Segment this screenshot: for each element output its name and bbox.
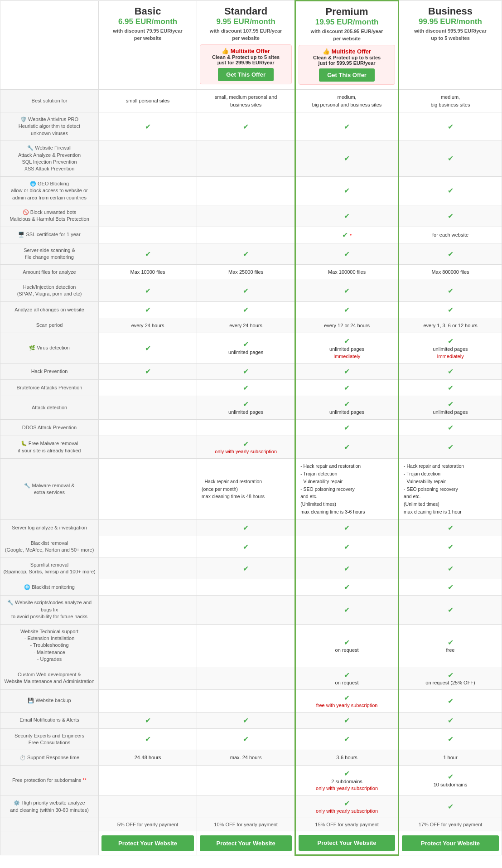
- basic-security-experts: ✔: [99, 728, 197, 750]
- basic-hack-prevention: ✔: [99, 363, 197, 379]
- row-antivirus: 🛡️ Website Antivirus PROHeuristic algori…: [0, 112, 502, 141]
- standard-free-malware: ✔only with yearly subscription: [197, 436, 295, 459]
- premium-web-dev: ✔on request: [295, 667, 399, 689]
- premium-protect-cell: Protect Your Website: [295, 831, 399, 855]
- feature-blacklist-monitoring: 🌐 Blacklist monitoring: [0, 579, 99, 596]
- basic-attack-detection: [99, 396, 197, 420]
- premium-multisite-title: 👍 Multisite Offer: [302, 48, 392, 55]
- feature-bruteforce: Bruteforce Attacks Prevention: [0, 379, 99, 396]
- basic-blacklist-removal: [99, 536, 197, 558]
- premium-ddos: ✔: [295, 420, 399, 436]
- feature-analyze-changes: Analyze all changes on website: [0, 301, 99, 318]
- row-free-malware: 🐛 Free Malware removalif your site is al…: [0, 436, 502, 459]
- basic-server-scanning: ✔: [99, 243, 197, 265]
- basic-scripts-analyze: [99, 596, 197, 624]
- standard-security-experts: ✔: [197, 728, 295, 750]
- business-server-scanning: ✔: [399, 243, 502, 265]
- basic-firewall: [99, 141, 197, 177]
- standard-blacklist-removal: ✔: [197, 536, 295, 558]
- business-scan-period: every 1, 3, 6 or 12 hours: [399, 318, 502, 333]
- row-files: Amount files for analyze Max 10000 files…: [0, 265, 502, 280]
- plan-header-row: Basic 6.95 EUR/month with discount 79.95…: [0, 1, 502, 90]
- standard-multisite-title: 👍 Multisite Offer: [203, 48, 289, 54]
- standard-protect-button[interactable]: Protect Your Website: [200, 835, 292, 851]
- business-hack-prevention: ✔: [399, 363, 502, 379]
- business-bruteforce: ✔: [399, 379, 502, 396]
- business-antivirus: ✔: [399, 112, 502, 141]
- basic-geo-blocking: [99, 176, 197, 205]
- basic-protect-cell: Protect Your Website: [99, 831, 197, 855]
- feature-attack-detection: Attack detection: [0, 396, 99, 420]
- premium-get-offer-button[interactable]: Get This Offer: [319, 68, 375, 82]
- row-analyze-changes: Analyze all changes on website ✔ ✔ ✔ ✔: [0, 301, 502, 318]
- premium-subdomains: ✔2 subdomainsonly with yearly subscripti…: [295, 765, 399, 795]
- business-ssl: for each website: [399, 227, 502, 243]
- row-server-log: Server log analyze & investigation ✔ ✔ ✔: [0, 519, 502, 536]
- business-tech-support: ✔free: [399, 624, 502, 667]
- premium-hack-detection: ✔: [295, 280, 399, 301]
- row-hack-prevention: Hack Prevention ✔ ✔ ✔ ✔: [0, 363, 502, 379]
- business-header: Business 99.95 EUR/month with discount 9…: [399, 1, 502, 90]
- business-support-response: 1 hour: [399, 750, 502, 766]
- premium-multisite-desc: Clean & Protect up to 5 sites: [302, 55, 392, 60]
- basic-bots: [99, 205, 197, 227]
- basic-web-dev: [99, 667, 197, 689]
- feature-subdomains: Free protection for subdomains **: [0, 765, 99, 795]
- feature-firewall: 🔧 Website FirewallAttack Analyze & Preve…: [0, 141, 99, 177]
- premium-files: Max 100000 files: [295, 265, 399, 280]
- business-blacklist-monitoring: ✔: [399, 579, 502, 596]
- premium-multisite-offer: 👍 Multisite Offer Clean & Protect up to …: [299, 45, 395, 85]
- premium-protect-button[interactable]: Protect Your Website: [299, 835, 395, 851]
- premium-email-notifications: ✔: [295, 712, 399, 728]
- standard-blacklist-monitoring: [197, 579, 295, 596]
- standard-web-dev: [197, 667, 295, 689]
- basic-email-notifications: ✔: [99, 712, 197, 728]
- basic-scan-period: every 24 hours: [99, 318, 197, 333]
- basic-bruteforce: [99, 379, 197, 396]
- basic-plan-discount2: per website: [101, 35, 194, 41]
- row-hack-detection: Hack/Injection detection(SPAM, Viagra, p…: [0, 280, 502, 301]
- basic-discount: 5% OFF for yearly payment: [99, 818, 197, 831]
- business-plan-name: Business: [402, 5, 499, 17]
- standard-multisite-offer: 👍 Multisite Offer Clean & Protect up to …: [200, 44, 292, 84]
- feature-high-priority: ⚙️ High priority website analyzeand clea…: [0, 795, 99, 818]
- business-backup: ✔: [399, 689, 502, 712]
- standard-attack-detection: ✔unlimited pages: [197, 396, 295, 420]
- standard-server-log: ✔: [197, 519, 295, 536]
- basic-virus-detection: ✔: [99, 333, 197, 364]
- business-plan-price: 99.95 EUR/month: [402, 17, 499, 26]
- feature-best-solution: Best solution for: [0, 90, 99, 112]
- standard-plan-price: 9.95 EUR/month: [200, 17, 292, 26]
- standard-virus-detection: ✔unlimited pages: [197, 333, 295, 364]
- business-virus-detection: ✔unlimited pagesImmediately: [399, 333, 502, 364]
- basic-tech-support: [99, 624, 197, 667]
- row-email-notifications: Email Notifications & Alerts ✔ ✔ ✔ ✔: [0, 712, 502, 728]
- premium-tech-support: ✔on request: [295, 624, 399, 667]
- premium-hack-prevention: ✔: [295, 363, 399, 379]
- standard-server-scanning: ✔: [197, 243, 295, 265]
- business-scripts-analyze: ✔: [399, 596, 502, 624]
- business-protect-cell: Protect Your Website: [399, 831, 502, 855]
- feature-tech-support: Website Technical support- Extension Ins…: [0, 624, 99, 667]
- premium-blacklist-removal: ✔: [295, 536, 399, 558]
- business-blacklist-removal: ✔: [399, 536, 502, 558]
- premium-discount: 15% OFF for yearly payment: [295, 818, 399, 831]
- business-protect-button[interactable]: Protect Your Website: [402, 835, 499, 851]
- basic-best-solution: small personal sites: [99, 90, 197, 112]
- premium-geo-blocking: ✔: [295, 176, 399, 205]
- premium-plan-discount: with discount 205.95 EUR/year: [299, 29, 395, 34]
- basic-ssl: [99, 227, 197, 243]
- feature-web-dev: Custom Web development &Website Maintena…: [0, 667, 99, 689]
- premium-firewall: ✔: [295, 141, 399, 177]
- standard-get-offer-button[interactable]: Get This Offer: [218, 68, 274, 81]
- business-email-notifications: ✔: [399, 712, 502, 728]
- premium-security-experts: ✔: [295, 728, 399, 750]
- basic-free-malware: [99, 436, 197, 459]
- standard-multisite-price: just for 299.95 EUR/year: [203, 60, 289, 65]
- standard-plan-discount: with discount 107.95 EUR/year: [200, 28, 292, 34]
- premium-scripts-analyze: ✔: [295, 596, 399, 624]
- basic-protect-button[interactable]: Protect Your Website: [101, 835, 194, 851]
- business-bots: ✔: [399, 205, 502, 227]
- standard-best-solution: small, medium personal andbusiness sites: [197, 90, 295, 112]
- feature-spamlist-removal: Spamlist removal(Spamcop, Sorbs, lvmsip …: [0, 558, 99, 579]
